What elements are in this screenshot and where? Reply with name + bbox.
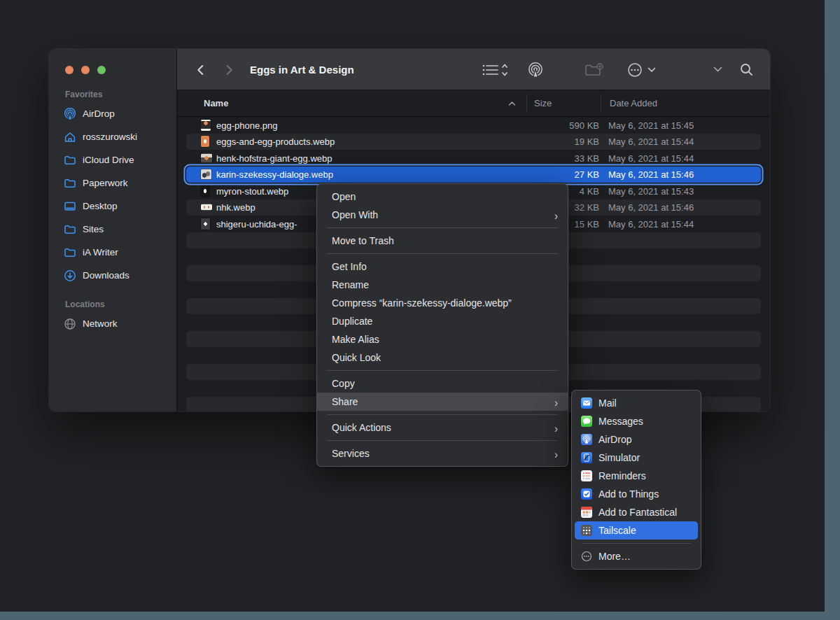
menu-item-copy[interactable]: Copy — [317, 374, 568, 393]
file-row-selected[interactable]: karin-szekessy-dialoge.webp 27 KB May 6,… — [186, 167, 761, 183]
share-item-label: Reminders — [598, 470, 646, 481]
menu-separator — [327, 253, 558, 254]
share-item-add-to-things[interactable]: Add to Things — [575, 485, 698, 503]
actions-menu-button[interactable] — [621, 49, 662, 90]
airdrop-icon — [527, 62, 544, 78]
file-thumbnail-nhk — [201, 204, 212, 211]
share-item-reminders[interactable]: Reminders — [575, 467, 698, 485]
sidebar-item-home[interactable]: rosszurowski — [54, 125, 172, 148]
share-item-airdrop[interactable]: AirDrop — [575, 430, 698, 449]
menu-item-get-info[interactable]: Get Info — [317, 258, 568, 276]
menu-separator — [327, 440, 558, 441]
sidebar-item-label: iA Writer — [83, 247, 118, 258]
menu-item-services[interactable]: Services › — [317, 444, 568, 463]
file-size: 590 KB — [515, 120, 599, 130]
back-button[interactable] — [192, 49, 210, 90]
menu-item-make-alias[interactable]: Make Alias — [317, 330, 568, 348]
sidebar-item-label: Paperwork — [83, 178, 128, 188]
submenu-chevron-icon: › — [554, 209, 558, 220]
share-item-label: Simulator — [598, 452, 640, 463]
traffic-lights — [65, 66, 106, 74]
share-item-label: Add to Fantastical — [598, 507, 677, 518]
sidebar-item-label: rosszurowski — [83, 132, 137, 142]
share-submenu: Mail Messages AirDrop — [571, 390, 701, 570]
sidebar-section-favorites: Favorites — [65, 90, 176, 99]
column-header-date-added[interactable]: Date Added — [610, 90, 657, 116]
submenu-chevron-icon: › — [554, 421, 558, 433]
list-column-headers: Name Size Date Added — [177, 90, 770, 117]
file-name: eggs-and-egg-products.webp — [216, 136, 335, 147]
menu-item-move-to-trash[interactable]: Move to Trash — [317, 232, 568, 250]
file-thumbnail-eggs-and-egg-products — [201, 136, 209, 147]
menu-item-label: Get Info — [332, 261, 367, 272]
zoom-button[interactable] — [97, 66, 106, 74]
menu-item-label: Open — [332, 191, 356, 202]
share-item-label: More… — [598, 551, 631, 562]
share-item-add-to-fantastical[interactable]: Add to Fantastical — [575, 503, 698, 521]
menu-item-label: Duplicate — [332, 316, 372, 327]
menu-item-rename[interactable]: Rename — [317, 276, 568, 294]
chevron-right-icon — [222, 63, 236, 77]
sort-ascending-icon — [508, 101, 516, 106]
search-button[interactable] — [736, 49, 757, 90]
new-folder-icon — [584, 62, 604, 78]
menu-item-open-with[interactable]: Open With › — [317, 206, 568, 224]
sidebar-item-airdrop[interactable]: AirDrop — [54, 102, 172, 125]
share-item-messages[interactable]: Messages — [575, 412, 698, 430]
more-ellipsis-icon — [581, 551, 592, 562]
menu-item-label: Compress “karin-szekessy-dialoge.webp” — [332, 297, 512, 309]
share-item-label: Messages — [598, 416, 643, 427]
menu-separator — [327, 414, 558, 415]
file-row[interactable]: henk-hofstra-giant-egg.webp 33 KB May 6,… — [186, 150, 761, 167]
toolbar-overflow-button[interactable] — [709, 49, 726, 90]
sidebar-item-label: AirDrop — [83, 108, 115, 119]
minimize-button[interactable] — [81, 66, 90, 74]
file-name: egg-phone.png — [216, 120, 277, 130]
share-item-label: Add to Things — [598, 488, 659, 500]
sidebar-item-network[interactable]: Network — [54, 312, 172, 335]
chevron-down-icon — [713, 66, 722, 73]
file-row[interactable]: egg-phone.png 590 KB May 6, 2021 at 15:4… — [186, 117, 761, 134]
share-item-simulator[interactable]: Simulator — [575, 449, 698, 467]
sidebar-item-label: Sites — [83, 224, 104, 234]
share-item-tailscale[interactable]: Tailscale — [575, 521, 698, 540]
forward-button[interactable] — [220, 49, 238, 90]
sidebar-item-downloads[interactable]: Downloads — [54, 264, 172, 287]
sidebar-item-paperwork[interactable]: Paperwork — [54, 171, 172, 195]
menu-item-quick-look[interactable]: Quick Look — [317, 348, 568, 367]
desktop-icon — [64, 200, 76, 213]
column-divider[interactable] — [526, 94, 527, 112]
globe-icon — [64, 318, 76, 330]
menu-item-compress[interactable]: Compress “karin-szekessy-dialoge.webp” — [317, 294, 568, 312]
menu-item-open[interactable]: Open — [317, 188, 568, 206]
airdrop-icon — [64, 108, 76, 120]
sidebar-item-ia-writer[interactable]: iA Writer — [54, 241, 172, 264]
column-header-size[interactable]: Size — [534, 90, 552, 116]
folder-icon — [64, 246, 76, 259]
file-row[interactable]: eggs-and-egg-products.webp 19 KB May 6, … — [186, 134, 761, 150]
file-thumbnail-egg-phone — [201, 120, 211, 131]
menu-item-quick-actions[interactable]: Quick Actions › — [317, 418, 568, 437]
screenshot-frame: Favorites AirDrop — [0, 0, 840, 620]
file-name: nhk.webp — [216, 202, 255, 213]
share-item-mail[interactable]: Mail — [575, 394, 698, 412]
mail-app-icon — [581, 397, 592, 409]
sidebar-item-desktop[interactable]: Desktop — [54, 195, 172, 218]
toolbar-airdrop-button[interactable] — [524, 49, 547, 90]
menu-item-duplicate[interactable]: Duplicate — [317, 312, 568, 330]
download-circle-icon — [64, 269, 76, 282]
menu-item-label: Open With — [332, 209, 378, 220]
menu-item-share[interactable]: Share › — [317, 393, 568, 411]
close-button[interactable] — [65, 66, 74, 74]
new-folder-button[interactable] — [582, 49, 607, 90]
file-date-added: May 6, 2021 at 15:46 — [608, 202, 694, 213]
share-item-more[interactable]: More… — [575, 547, 698, 565]
column-header-name[interactable]: Name — [204, 90, 228, 116]
column-divider[interactable] — [601, 94, 601, 112]
sidebar-item-label: iCloud Drive — [83, 155, 134, 165]
menu-separator — [582, 543, 691, 544]
view-options-button[interactable] — [475, 49, 514, 90]
sidebar-item-sites[interactable]: Sites — [54, 218, 172, 241]
sidebar-item-icloud-drive[interactable]: iCloud Drive — [54, 148, 172, 171]
file-date-added: May 6, 2021 at 15:45 — [608, 120, 694, 130]
